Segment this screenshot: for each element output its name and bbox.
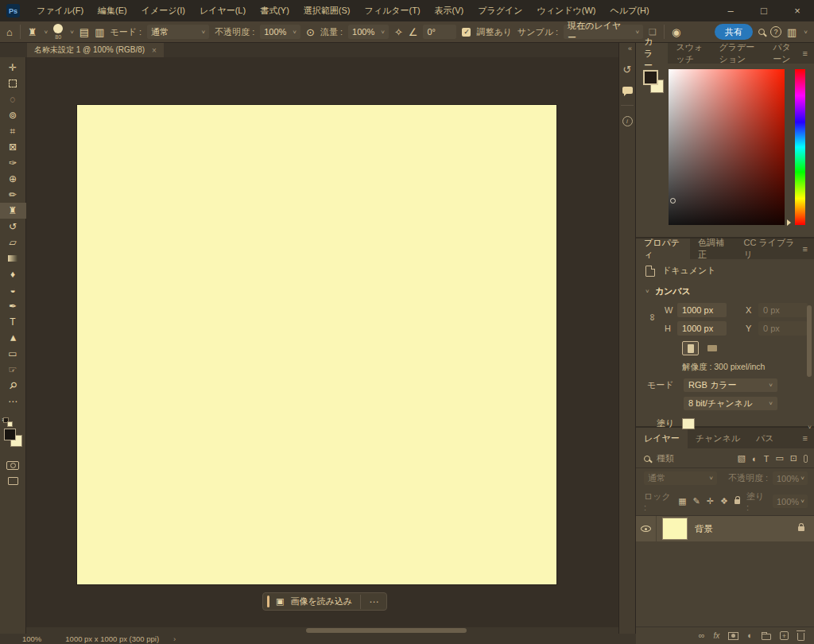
tab-properties[interactable]: プロパティ [636, 239, 690, 259]
filter-kind-label[interactable]: 種類 [657, 452, 674, 464]
pen-tool[interactable]: ✒ [0, 298, 26, 314]
angle-field[interactable]: 0° [423, 25, 456, 39]
close-button[interactable]: × [781, 0, 814, 21]
width-field[interactable]: 1000 px [677, 303, 727, 317]
filter-toggle-icon[interactable] [804, 455, 808, 463]
zoom-level-field[interactable]: 100% [22, 634, 41, 643]
aligned-checkbox[interactable]: ✓ [462, 28, 471, 37]
eraser-tool[interactable]: ▱ [0, 235, 26, 250]
default-background-swatch[interactable] [7, 421, 13, 427]
adjustment-layer-icon[interactable]: ◐ [747, 631, 753, 640]
brush-tool[interactable]: ✏ [0, 187, 26, 203]
tab-swatches[interactable]: スウォッチ [668, 43, 711, 64]
saturation-brightness-field[interactable] [669, 69, 785, 225]
history-brush-tool[interactable]: ↺ [0, 219, 26, 235]
foreground-color-swatch[interactable] [4, 429, 16, 440]
lasso-tool[interactable]: ◌ [0, 91, 26, 107]
path-selection-tool[interactable]: ► [0, 330, 26, 346]
menu-help[interactable]: ヘルプ(H) [603, 0, 657, 21]
search-icon[interactable] [758, 29, 765, 35]
filter-image-icon[interactable]: ▧ [738, 453, 746, 464]
bit-depth-select[interactable]: 8 bit/チャンネル ˅ [684, 397, 777, 410]
maximize-button[interactable]: □ [747, 0, 781, 21]
flow-select[interactable]: 100% ˅ [348, 25, 389, 39]
lock-all-icon[interactable] [735, 499, 740, 504]
foreground-color-swatch[interactable] [643, 70, 658, 85]
delete-layer-icon[interactable] [797, 633, 804, 641]
brush-panel-icon[interactable]: ▥ [95, 27, 104, 37]
layer-row-background[interactable]: 背景 [636, 516, 814, 541]
link-layers-icon[interactable]: ∞ [699, 631, 705, 640]
horizontal-scrollbar-thumb[interactable] [306, 628, 467, 633]
load-image-button[interactable]: 画像を読み込み [290, 596, 352, 607]
new-group-icon[interactable] [762, 634, 771, 640]
close-tab-icon[interactable]: × [152, 46, 157, 55]
shape-tool[interactable]: ▭ [0, 346, 26, 362]
opacity-select[interactable]: 100% ˅ [260, 25, 300, 39]
tab-color[interactable]: カラー [636, 43, 668, 64]
hue-slider[interactable] [795, 69, 805, 225]
eyedropper-tool[interactable]: ✑ [0, 155, 26, 171]
task-bar-more-button[interactable]: ⋯ [369, 596, 379, 607]
type-tool[interactable]: T [0, 314, 26, 330]
add-mask-icon[interactable] [728, 632, 738, 640]
landscape-orientation-button[interactable] [704, 341, 720, 355]
hand-tool[interactable]: ☞ [0, 362, 26, 378]
history-panel-icon[interactable]: ↺ [618, 59, 636, 80]
frame-tool[interactable]: ⊠ [0, 139, 26, 155]
object-selection-tool[interactable]: ⊚ [0, 107, 26, 123]
quick-mask-button[interactable] [0, 457, 26, 473]
vertical-scrollbar-thumb[interactable] [807, 305, 812, 377]
vertical-scrollbar[interactable] [807, 305, 812, 425]
menu-view[interactable]: 表示(V) [428, 0, 471, 21]
horizontal-scrollbar[interactable] [26, 627, 618, 634]
menu-layer[interactable]: レイヤー(L) [192, 0, 253, 21]
lock-artboard-icon[interactable]: ❖ [720, 497, 728, 506]
document-canvas[interactable] [77, 105, 556, 584]
marquee-tool[interactable] [0, 76, 26, 91]
lock-position-icon[interactable]: ✛ [707, 497, 714, 506]
layer-visibility-toggle[interactable] [636, 516, 657, 541]
workspace-icon[interactable]: ▥ [787, 27, 797, 37]
edit-toolbar-button[interactable]: ⋯ [0, 394, 26, 409]
screen-mode-button[interactable] [0, 473, 26, 489]
blur-tool[interactable]: ♦ [0, 266, 26, 282]
airbrush-icon[interactable]: ✧ [394, 27, 403, 37]
canvas-fill-swatch[interactable] [682, 418, 695, 429]
crop-tool[interactable]: ⌗ [0, 123, 26, 139]
new-layer-icon[interactable]: + [780, 631, 789, 640]
expand-panels-icon[interactable]: « [628, 45, 632, 52]
brush-preset-picker[interactable]: 80 [53, 24, 63, 40]
task-bar-grip[interactable] [267, 596, 269, 607]
move-tool[interactable]: ✛ [0, 60, 26, 76]
document-tab[interactable]: 名称未設定 1 @ 100% (RGB/8) × [27, 43, 164, 57]
filter-type-icon[interactable]: T [764, 454, 769, 464]
menu-select[interactable]: 選択範囲(S) [297, 0, 358, 21]
hue-slider-marker[interactable] [787, 219, 794, 226]
help-icon[interactable]: ? [770, 26, 781, 37]
menu-file[interactable]: ファイル(F) [29, 0, 91, 21]
filter-smart-object-icon[interactable]: ⊡ [790, 453, 797, 464]
pressure-opacity-icon[interactable]: ⊙ [306, 27, 315, 37]
lock-pixels-icon[interactable]: ✎ [693, 497, 700, 506]
canvas-section-header[interactable]: ˅ カンバス [636, 281, 814, 301]
healing-brush-tool[interactable]: ⊕ [0, 171, 26, 187]
link-dimensions-icon[interactable]: ∞ [647, 314, 658, 321]
status-chevron-icon[interactable]: › [173, 634, 176, 643]
menu-window[interactable]: ウィンドウ(W) [530, 0, 603, 21]
menu-image[interactable]: イメージ(I) [134, 0, 192, 21]
brush-settings-panel-icon[interactable]: ▤ [79, 27, 89, 37]
lock-transparency-icon[interactable]: ▦ [678, 497, 686, 506]
gradient-tool[interactable] [0, 250, 26, 266]
home-icon[interactable]: ⌂ [6, 27, 13, 37]
zoom-tool[interactable]: ⚲ [0, 378, 26, 394]
color-mode-select[interactable]: RGB カラー ˅ [684, 378, 777, 392]
layer-lock-icon[interactable] [798, 526, 804, 531]
color-cursor[interactable] [670, 198, 676, 204]
sample-select[interactable]: 現在のレイヤー ˅ [564, 25, 643, 39]
filter-shape-icon[interactable]: ▭ [775, 453, 783, 464]
panel-menu-icon[interactable]: ≡ [803, 239, 814, 259]
tab-cc-libraries[interactable]: CC ライブラリ [735, 239, 802, 259]
menu-filter[interactable]: フィルター(T) [357, 0, 427, 21]
menu-edit[interactable]: 編集(E) [91, 0, 134, 21]
